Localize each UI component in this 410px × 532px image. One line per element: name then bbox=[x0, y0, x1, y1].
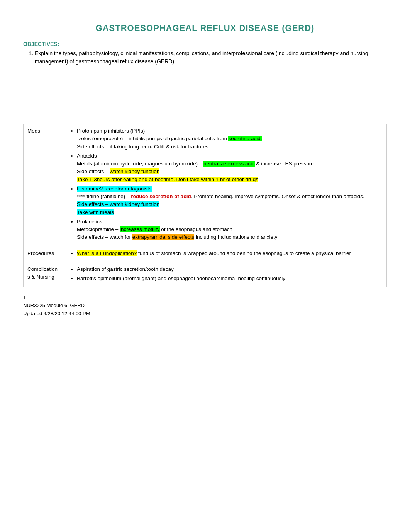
prokinetics-label: Prokinetics bbox=[77, 219, 102, 224]
list-item-fundoplication: What is a Fundoplication? fundus of stom… bbox=[77, 250, 383, 257]
h2-detail1: ****-tidine (ranitidine) – bbox=[77, 194, 131, 199]
objective-item-1: Explain the types, pathophysiology, clin… bbox=[35, 49, 387, 66]
ppi-detail1: -zoles (omeprazole) – inhibits pumps of … bbox=[77, 136, 228, 141]
fundoplication-detail: fundus of stomach is wrapped around and … bbox=[137, 250, 351, 256]
antacids-highlight2: watch kidney function bbox=[110, 168, 159, 174]
h2-detail3: Take with meals bbox=[77, 209, 114, 215]
antacids-highlight3: Take 1-3hours after eating and at bedtim… bbox=[77, 177, 258, 182]
prokinetics-highlight2: extrapyramidal side effects bbox=[132, 234, 194, 240]
objectives-heading: OBJECTIVES: bbox=[23, 41, 387, 47]
category-meds: Meds bbox=[24, 124, 66, 246]
content-complications: Aspiration of gastric secretion/tooth de… bbox=[66, 262, 387, 287]
antacids-label: Antacids bbox=[77, 153, 97, 159]
h2-detail1b: . Promote healing. Improve symptoms. Ons… bbox=[191, 194, 364, 199]
course-label: NUR3225 Module 6: GERD bbox=[23, 302, 387, 310]
prokinetics-detail2b: including hallucinations and anxiety bbox=[194, 234, 277, 240]
spacer bbox=[23, 77, 387, 124]
list-item-ppi: Proton pump inhibitors (PPIs) -zoles (om… bbox=[77, 127, 383, 151]
ppi-detail2: Side effects – if taking long term- Cdif… bbox=[77, 144, 208, 150]
h2-detail2: Side effects – watch kidney function bbox=[77, 201, 159, 207]
content-table: Meds Proton pump inhibitors (PPIs) -zole… bbox=[23, 124, 387, 287]
prokinetics-detail2: Side effects – watch for bbox=[77, 234, 132, 240]
page-title: GASTROESOPHAGEAL REFLUX DISEASE (GERD) bbox=[23, 23, 387, 33]
category-complications: Complications & Nursing bbox=[24, 262, 66, 287]
ppi-highlight1: secreting acid. bbox=[228, 136, 262, 141]
antacids-highlight1: neutralize excess acid bbox=[203, 161, 255, 167]
list-item-aspiration: Aspiration of gastric secretion/tooth de… bbox=[77, 265, 383, 273]
fundoplication-highlight: What is a Fundoplication? bbox=[77, 250, 137, 256]
page-number: 1 bbox=[23, 294, 387, 302]
antacids-detail1: Metals (aluminum hydroxide, magnesium hy… bbox=[77, 161, 203, 167]
content-procedures: What is a Fundoplication? fundus of stom… bbox=[66, 246, 387, 262]
table-row-meds: Meds Proton pump inhibitors (PPIs) -zole… bbox=[24, 124, 387, 246]
ppi-label: Proton pump inhibitors (PPIs) bbox=[77, 128, 145, 134]
antacids-detail2: Side effects – bbox=[77, 168, 110, 174]
category-procedures: Procedures bbox=[24, 246, 66, 262]
content-meds: Proton pump inhibitors (PPIs) -zoles (om… bbox=[66, 124, 387, 246]
table-row-complications: Complications & Nursing Aspiration of ga… bbox=[24, 262, 387, 287]
objectives-section: OBJECTIVES: Explain the types, pathophys… bbox=[23, 41, 387, 66]
list-item-antacids: Antacids Metals (aluminum hydroxide, mag… bbox=[77, 152, 383, 184]
barretts-text: Barrett's epithelium (premalignant) and … bbox=[77, 275, 285, 281]
prokinetics-detail1: Metoclopramide – bbox=[77, 226, 120, 232]
list-item-h2: Histamine2 receptor antagonists ****-tid… bbox=[77, 185, 383, 216]
h2-label: Histamine2 receptor antagonists bbox=[77, 186, 152, 192]
list-item-barretts: Barrett's epithelium (premalignant) and … bbox=[77, 275, 383, 282]
updated-label: Updated 4/28/20 12:44:00 PM bbox=[23, 310, 387, 318]
table-row-procedures: Procedures What is a Fundoplication? fun… bbox=[24, 246, 387, 262]
antacids-detail1b: & increase LES pressure bbox=[255, 161, 314, 167]
prokinetics-detail1b: of the esophagus and stomach bbox=[160, 226, 232, 232]
list-item-prokinetics: Prokinetics Metoclopramide – increases m… bbox=[77, 218, 383, 241]
prokinetics-highlight1: increases motility bbox=[120, 226, 160, 232]
aspiration-text: Aspiration of gastric secretion/tooth de… bbox=[77, 266, 174, 272]
footer: 1 NUR3225 Module 6: GERD Updated 4/28/20… bbox=[23, 294, 387, 318]
h2-highlight1: reduce secretion of acid bbox=[131, 194, 191, 199]
